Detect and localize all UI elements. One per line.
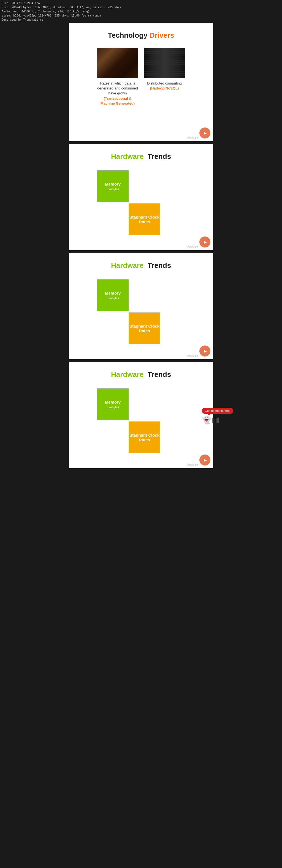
page-wrapper: File: 2014/03/829_4.mp4 Size: 700248 byt… xyxy=(0,0,282,468)
distributed-image xyxy=(144,48,185,78)
file-info-line3: Audio: aac, 44000 Hz, 2 channels, s16, 1… xyxy=(2,9,280,13)
memory-box-2-sub: Terabyte+ xyxy=(106,187,120,191)
slide-4-title: Hardware Trends xyxy=(74,370,208,379)
ghost-icon: 👻 xyxy=(202,415,212,425)
memory-box-4: Memory Terabyte+ xyxy=(97,389,129,420)
tech-item-2-highlight: (Hadoop/NoSQL) xyxy=(144,86,185,91)
slide-1-technology-drivers: Technology Drivers Rates at which data i… xyxy=(69,23,213,141)
memory-box-2: Memory Terabyte+ xyxy=(97,170,129,202)
pluralsight-logo-3: pluralsight xyxy=(187,354,198,357)
file-info-line2: Size: 700248 bytes (0.63 MiB), duration:… xyxy=(2,5,280,9)
stagnant-box-2-title: Stagnant Clock Rates xyxy=(129,215,160,224)
tech-drivers-content: Rates at which data is generated and con… xyxy=(74,48,208,106)
slide-4-hardware-trends: Hardware Trends Memory Terabyte+ Stagnan… xyxy=(69,362,213,468)
slide-2-title: Hardware Trends xyxy=(74,152,208,161)
memory-box-3: Memory Terabyte+ xyxy=(97,279,129,311)
pluralsight-logo-1: pluralsight xyxy=(187,136,198,139)
slide-3-title: Hardware Trends xyxy=(74,261,208,270)
hw-boxes-2: Memory Terabyte+ Stagnant Clock Rates xyxy=(97,170,185,237)
play-button-3[interactable] xyxy=(199,345,210,356)
hw-boxes-4: Memory Terabyte+ Stagnant Clock Rates Ge… xyxy=(97,389,185,455)
ghost-thermometer: 👻 |||||||| xyxy=(202,415,233,425)
memory-box-2-title: Memory xyxy=(105,182,121,186)
memory-box-4-title: Memory xyxy=(105,400,121,404)
file-info-line1: File: 2014/03/829_4.mp4 xyxy=(2,1,280,5)
slide-3-hardware-trends: Hardware Trends Memory Terabyte+ Stagnan… xyxy=(69,253,213,359)
hot-tooltip: Getting hot in here! xyxy=(202,408,233,414)
stagnant-box-2: Stagnant Clock Rates xyxy=(129,204,160,235)
pluralsight-logo-4: pluralsight xyxy=(187,463,198,466)
tech-item-distributed: Distributed computing (Hadoop/NoSQL) xyxy=(144,48,185,91)
separator-2 xyxy=(0,250,282,253)
memory-box-3-sub: Terabyte+ xyxy=(106,297,120,300)
slide-2-title-normal: Hardware xyxy=(111,152,144,160)
pluralsight-logo-2: pluralsight xyxy=(187,245,198,248)
slide-1-title-highlight: Drivers xyxy=(150,31,174,39)
file-info-bar: File: 2014/03/829_4.mp4 Size: 700248 byt… xyxy=(0,0,282,23)
slide-1-title: Technology Drivers xyxy=(74,31,208,40)
slide-3-title-highlight: Trends xyxy=(148,261,171,270)
file-info-line4: Video: h264, yuv420p, 1024x768, 155 kb/s… xyxy=(2,13,280,18)
transactional-image xyxy=(97,48,138,78)
memory-box-3-title: Memory xyxy=(105,291,121,296)
separator-1 xyxy=(0,141,282,144)
tech-item-1-highlight: (Transactional & Machine Generated) xyxy=(97,96,138,106)
slide-1-title-normal: Technology xyxy=(108,31,148,39)
slide-3-title-normal: Hardware xyxy=(111,261,144,270)
stagnant-box-4: Stagnant Clock Rates xyxy=(129,422,160,453)
stagnant-box-3: Stagnant Clock Rates xyxy=(129,312,160,344)
thermometer-bars: |||||||| xyxy=(212,417,219,423)
play-button-4[interactable] xyxy=(199,455,210,466)
slide-4-title-normal: Hardware xyxy=(111,370,144,378)
slide-2-hardware-trends: Hardware Trends Memory Terabyte+ Stagnan… xyxy=(69,144,213,250)
hw-boxes-3: Memory Terabyte+ Stagnant Clock Rates xyxy=(97,279,185,345)
stagnant-box-3-title: Stagnant Clock Rates xyxy=(129,324,160,333)
play-button-1[interactable] xyxy=(199,127,210,138)
separator-3 xyxy=(0,359,282,362)
play-button-2[interactable] xyxy=(199,237,210,247)
memory-box-4-sub: Terabyte+ xyxy=(106,405,120,409)
tech-item-transactional: Rates at which data is generated and con… xyxy=(97,48,138,106)
slide-4-title-highlight: Trends xyxy=(148,370,171,378)
file-info-line5: Generated by Thumbnail.me xyxy=(2,18,280,22)
ghost-tooltip-area: Getting hot in here! 👻 |||||||| xyxy=(202,408,233,425)
stagnant-box-4-title: Stagnant Clock Rates xyxy=(129,433,160,442)
tech-item-1-desc: Rates at which data is generated and con… xyxy=(97,81,138,106)
slide-2-title-highlight: Trends xyxy=(148,152,171,160)
tech-item-2-desc: Distributed computing (Hadoop/NoSQL) xyxy=(144,81,185,91)
